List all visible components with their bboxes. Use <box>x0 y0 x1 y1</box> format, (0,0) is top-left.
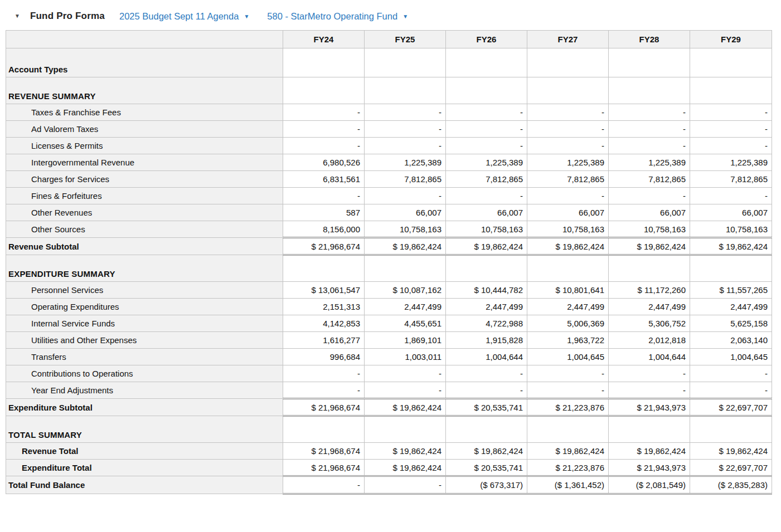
cell-fy27: 1,225,389 <box>527 154 609 171</box>
cell-fy28: $ 19,862,424 <box>609 238 690 255</box>
cell-fy24: - <box>283 365 365 382</box>
cell-fy28: 7,812,865 <box>609 171 690 188</box>
table-row: EXPENDITURE SUMMARY <box>6 255 772 282</box>
cell-fy27: $ 19,862,424 <box>527 238 609 255</box>
column-header-fy24: FY24 <box>283 31 365 48</box>
cell-fy28 <box>609 255 690 282</box>
cell-fy26: 66,007 <box>446 204 527 221</box>
column-header-fy25: FY25 <box>365 31 446 48</box>
cell-fy29: 1,225,389 <box>690 154 772 171</box>
cell-fy24: 587 <box>283 204 365 221</box>
table-row: Revenue Subtotal$ 21,968,674$ 19,862,424… <box>6 238 772 255</box>
budget-dropdown[interactable]: 2025 Budget Sept 11 Agenda ▼ <box>119 11 249 22</box>
cell-fy24 <box>283 48 365 77</box>
cell-fy28: $ 21,943,973 <box>609 399 690 416</box>
table-row: Transfers996,6841,003,0111,004,6441,004,… <box>6 349 772 365</box>
cell-fy25 <box>365 48 446 77</box>
cell-fy24: - <box>283 382 365 399</box>
cell-fy28: - <box>609 121 690 138</box>
cell-fy27: 1,004,645 <box>527 349 609 365</box>
row-label: Other Revenues <box>6 204 283 221</box>
cell-fy28: - <box>609 382 690 399</box>
cell-fy24: $ 21,968,674 <box>283 399 365 416</box>
row-label: Charges for Services <box>6 171 283 188</box>
table-row: Internal Service Funds4,142,8534,455,651… <box>6 315 772 332</box>
cell-fy25: 2,447,499 <box>365 299 446 315</box>
cell-fy28: - <box>609 138 690 154</box>
cell-fy26: $ 19,862,424 <box>446 443 527 460</box>
cell-fy24: - <box>283 138 365 154</box>
cell-fy24: - <box>283 104 365 121</box>
cell-fy25: 7,812,865 <box>365 171 446 188</box>
table-row: Personnel Services$ 13,061,547$ 10,087,1… <box>6 282 772 299</box>
cell-fy27 <box>527 416 609 443</box>
cell-fy29: $ 11,557,265 <box>690 282 772 299</box>
cell-fy25: 4,455,651 <box>365 315 446 332</box>
cell-fy26: $ 20,535,741 <box>446 399 527 416</box>
table-row: Total Fund Balance--($ 673,317)($ 1,361,… <box>6 476 772 494</box>
cell-fy28: 1,004,644 <box>609 349 690 365</box>
cell-fy29 <box>690 416 772 443</box>
cell-fy28: $ 21,943,973 <box>609 460 690 476</box>
cell-fy24: 8,156,000 <box>283 221 365 238</box>
cell-fy26: ($ 673,317) <box>446 476 527 494</box>
cell-fy24: 6,831,561 <box>283 171 365 188</box>
row-label: Licenses & Permits <box>6 138 283 154</box>
cell-fy27: 2,447,499 <box>527 299 609 315</box>
cell-fy29: 10,758,163 <box>690 221 772 238</box>
cell-fy26: - <box>446 188 527 204</box>
table-row: Other Revenues58766,00766,00766,00766,00… <box>6 204 772 221</box>
cell-fy29: 66,007 <box>690 204 772 221</box>
budget-dropdown-label: 2025 Budget Sept 11 Agenda <box>119 11 239 22</box>
cell-fy29: 7,812,865 <box>690 171 772 188</box>
cell-fy26 <box>446 255 527 282</box>
column-header-fy28: FY28 <box>609 31 690 48</box>
row-label: Revenue Subtotal <box>6 238 283 255</box>
row-label: Operating Expenditures <box>6 299 283 315</box>
row-label: REVENUE SUMMARY <box>6 77 283 104</box>
collapse-caret-icon[interactable]: ▼ <box>14 13 20 19</box>
cell-fy24: 996,684 <box>283 349 365 365</box>
cell-fy27: 5,006,369 <box>527 315 609 332</box>
table-row: REVENUE SUMMARY <box>6 77 772 104</box>
table-body: Account TypesREVENUE SUMMARYTaxes & Fran… <box>6 48 772 494</box>
cell-fy25: 1,225,389 <box>365 154 446 171</box>
cell-fy25: 10,758,163 <box>365 221 446 238</box>
table-row: Revenue Total$ 21,968,674$ 19,862,424$ 1… <box>6 443 772 460</box>
cell-fy24: $ 21,968,674 <box>283 443 365 460</box>
cell-fy25: - <box>365 104 446 121</box>
toolbar: ▼ Fund Pro Forma 2025 Budget Sept 11 Age… <box>0 0 781 30</box>
cell-fy26: 2,447,499 <box>446 299 527 315</box>
row-label: Total Fund Balance <box>6 476 283 494</box>
cell-fy26 <box>446 416 527 443</box>
cell-fy29: 1,004,645 <box>690 349 772 365</box>
cell-fy27: - <box>527 121 609 138</box>
cell-fy24: $ 13,061,547 <box>283 282 365 299</box>
cell-fy25: - <box>365 138 446 154</box>
fund-dropdown-label: 580 - StarMetro Operating Fund <box>267 11 397 22</box>
row-label: Expenditure Subtotal <box>6 399 283 416</box>
cell-fy28 <box>609 416 690 443</box>
cell-fy24: $ 21,968,674 <box>283 238 365 255</box>
table-row: Contributions to Operations------ <box>6 365 772 382</box>
table-row: TOTAL SUMMARY <box>6 416 772 443</box>
cell-fy29: - <box>690 121 772 138</box>
column-header-fy26: FY26 <box>446 31 527 48</box>
cell-fy25: 1,003,011 <box>365 349 446 365</box>
cell-fy27 <box>527 48 609 77</box>
cell-fy29 <box>690 48 772 77</box>
cell-fy26: - <box>446 104 527 121</box>
table-row: Year End Adjustments------ <box>6 382 772 399</box>
table-row: Expenditure Total$ 21,968,674$ 19,862,42… <box>6 460 772 476</box>
cell-fy29: - <box>690 138 772 154</box>
cell-fy25 <box>365 416 446 443</box>
cell-fy25: - <box>365 476 446 494</box>
cell-fy29: ($ 2,835,283) <box>690 476 772 494</box>
row-label: Personnel Services <box>6 282 283 299</box>
cell-fy27: 7,812,865 <box>527 171 609 188</box>
row-label: Expenditure Total <box>6 460 283 476</box>
table-row: Operating Expenditures2,151,3132,447,499… <box>6 299 772 315</box>
cell-fy28: - <box>609 188 690 204</box>
chevron-down-icon: ▼ <box>402 14 408 19</box>
fund-dropdown[interactable]: 580 - StarMetro Operating Fund ▼ <box>267 11 408 22</box>
